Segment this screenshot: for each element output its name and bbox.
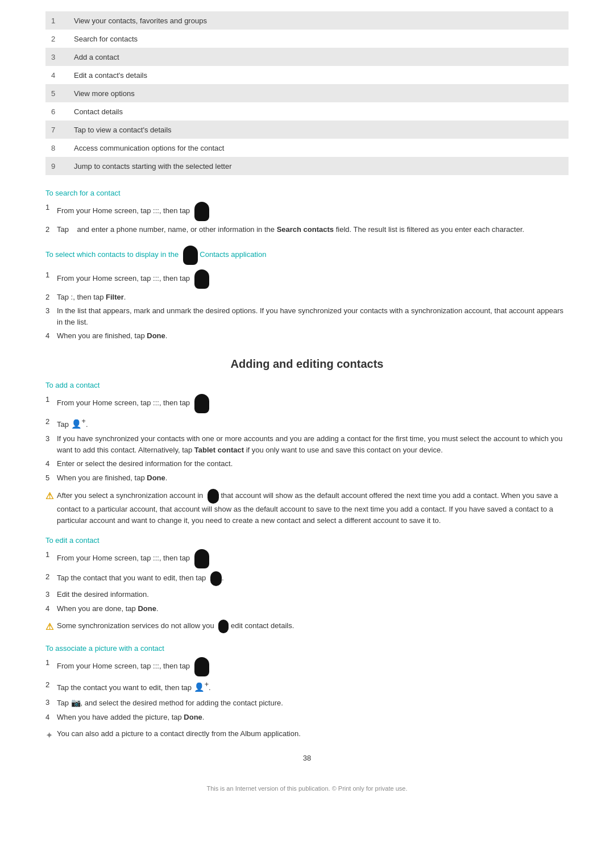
list-item: 1 From your Home screen, tap :::, then t… xyxy=(45,202,569,221)
picture-tip: ✦ You can also add a picture to a contac… xyxy=(45,728,569,742)
table-row: 9 Jump to contacts starting with the sel… xyxy=(45,157,569,175)
table-row: 5 View more options xyxy=(45,84,569,102)
table-row: 3 Add a contact xyxy=(45,48,569,66)
list-item: 2 Tap the contact you want to edit, then… xyxy=(45,679,569,694)
search-heading: To search for a contact xyxy=(45,189,569,197)
list-item: 4 When you are done, tap Done. xyxy=(45,603,569,614)
edit-contact-section: To edit a contact 1 From your Home scree… xyxy=(45,536,569,634)
table-row: 7 Tap to view a contact's details xyxy=(45,121,569,139)
note-icon: ⚠ xyxy=(45,620,57,634)
picture-steps: 1 From your Home screen, tap :::, then t… xyxy=(45,657,569,722)
footer-text: This is an Internet version of this publ… xyxy=(207,785,408,792)
list-item: 4 When you have added the picture, tap D… xyxy=(45,712,569,723)
page-number: 38 xyxy=(45,754,569,762)
list-item: 2 Tap the contact that you want to edit,… xyxy=(45,571,569,586)
table-row: 2 Search for contacts xyxy=(45,30,569,48)
table-row: 6 Contact details xyxy=(45,102,569,121)
list-item: 4 When you are finished, tap Done. xyxy=(45,330,569,342)
table-row: 1 View your contacts, favorites and grou… xyxy=(45,11,569,30)
list-item: 1 From your Home screen, tap :::, then t… xyxy=(45,549,569,568)
table-row: 4 Edit a contact's details xyxy=(45,66,569,84)
select-section: To select which contacts to display in t… xyxy=(45,246,569,342)
footer: This is an Internet version of this publ… xyxy=(45,785,569,792)
list-item: 3 Tap 📷, and select the desired method f… xyxy=(45,697,569,709)
edit-heading: To edit a contact xyxy=(45,536,569,545)
list-item: 3 If you have synchronized your contacts… xyxy=(45,433,569,455)
list-item: 1 From your Home screen, tap :::, then t… xyxy=(45,269,569,289)
list-item: 2 Tap and enter a phone number, name, or… xyxy=(45,224,569,235)
picture-heading: To associate a picture with a contact xyxy=(45,644,569,653)
list-item: 2 Tap :, then tap Filter. xyxy=(45,292,569,303)
picture-section: To associate a picture with a contact 1 … xyxy=(45,644,569,742)
tip-icon: ✦ xyxy=(45,729,57,742)
search-section: To search for a contact 1 From your Home… xyxy=(45,189,569,235)
add-note: ⚠ After you select a synchronization acc… xyxy=(45,489,569,526)
list-item: 1 From your Home screen, tap :::, then t… xyxy=(45,394,569,413)
list-item: 3 In the list that appears, mark and unm… xyxy=(45,305,569,327)
list-item: 4 Enter or select the desired informatio… xyxy=(45,458,569,470)
edit-steps: 1 From your Home screen, tap :::, then t… xyxy=(45,549,569,614)
list-item: 3 Edit the desired information. xyxy=(45,589,569,600)
note-icon: ⚠ xyxy=(45,489,57,503)
list-item: 5 When you are finished, tap Done. xyxy=(45,472,569,484)
add-steps: 1 From your Home screen, tap :::, then t… xyxy=(45,394,569,484)
add-heading: To add a contact xyxy=(45,381,569,389)
list-item: 1 From your Home screen, tap :::, then t… xyxy=(45,657,569,676)
select-heading: To select which contacts to display in t… xyxy=(45,246,569,265)
list-item: 2 Tap 👤+. xyxy=(45,416,569,431)
select-steps: 1 From your Home screen, tap :::, then t… xyxy=(45,269,569,342)
table-row: 8 Access communication options for the c… xyxy=(45,139,569,157)
add-contact-section: To add a contact 1 From your Home screen… xyxy=(45,381,569,526)
contacts-table: 1 View your contacts, favorites and grou… xyxy=(45,11,569,175)
search-steps: 1 From your Home screen, tap :::, then t… xyxy=(45,202,569,235)
main-title: Adding and editing contacts xyxy=(45,358,569,371)
edit-note: ⚠ Some synchronization services do not a… xyxy=(45,620,569,634)
